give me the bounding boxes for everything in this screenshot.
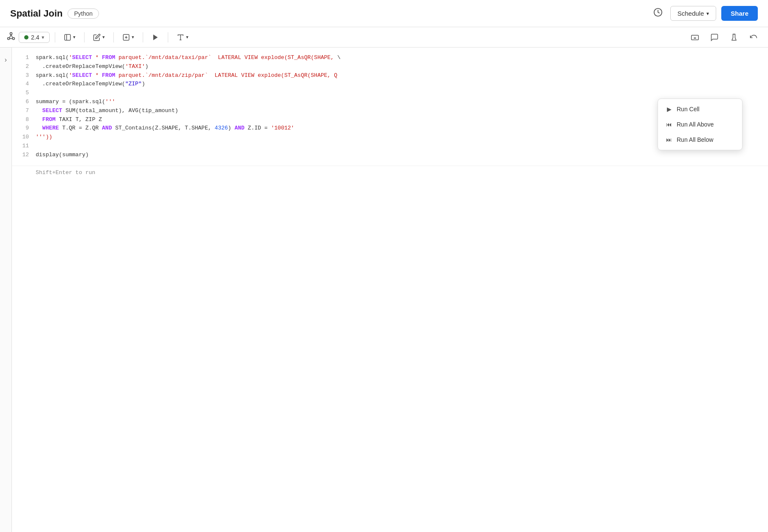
svg-point-2 [8,37,10,39]
header-right: Schedule ▾ Share [651,5,758,22]
run-all-above-menu-item[interactable]: ⏮ Run All Above [658,117,742,132]
cluster-version: 2.4 [31,34,39,41]
svg-point-1 [10,33,12,35]
header-left: Spatial Join Python [10,8,99,19]
toolbar-right [687,31,761,43]
toolbar-separator-3 [113,32,114,42]
svg-point-3 [12,37,14,39]
sidebar-toggle-icon: › [5,56,7,64]
cluster-dropdown-arrow-icon: ▾ [42,34,44,40]
language-badge[interactable]: Python [68,8,99,19]
edit-dropdown-icon: ▾ [102,34,105,40]
header: Spatial Join Python Schedule ▾ Share [0,0,768,27]
notebook-menu-dropdown-icon: ▾ [73,34,76,40]
schedule-button[interactable]: Schedule ▾ [670,6,717,21]
comment-button[interactable] [707,31,722,43]
svg-line-5 [11,35,12,38]
insert-dropdown-icon: ▾ [132,34,134,40]
share-button[interactable]: Share [721,6,758,21]
format-dropdown-icon: ▾ [186,34,189,40]
run-all-below-label: Run All Below [677,136,713,143]
run-all-above-label: Run All Above [677,121,714,128]
toolbar-separator-5 [168,32,168,42]
history-button[interactable] [651,5,665,22]
undo-button[interactable] [746,31,761,43]
keyboard-shortcut-button[interactable] [687,31,703,43]
toolbar-separator-2 [84,32,85,42]
main-container: › 123456789101112 spark.sql('SELECT * FR… [0,48,768,532]
format-button[interactable]: ▾ [173,32,192,43]
insert-button[interactable]: ▾ [119,32,138,43]
run-all-above-icon: ⏮ [666,121,672,128]
svg-marker-12 [153,34,158,40]
toolbar-separator-1 [55,32,55,42]
sidebar-toggle[interactable]: › [0,48,12,532]
line-numbers: 123456789101112 [12,48,32,166]
toolbar: 2.4 ▾ ▾ ▾ ▾ [0,27,768,48]
code-cell[interactable]: 123456789101112 spark.sql('SELECT * FROM… [12,48,768,166]
svg-rect-7 [65,34,71,40]
hint-text: Shift+Enter to run [12,166,768,179]
cluster-status-dot [24,35,28,39]
context-menu: ▶ Run Cell ⏮ Run All Above ⏭ Run All Bel… [658,99,743,150]
run-dropdown-area [148,32,163,43]
schedule-chevron-icon: ▾ [706,11,709,17]
run-button[interactable] [148,32,163,43]
run-cell-label: Run Cell [677,106,700,113]
code-cell-container: 123456789101112 spark.sql('SELECT * FROM… [12,48,768,166]
notebook-menu-button[interactable]: ▾ [60,32,79,43]
edit-button[interactable]: ▾ [90,32,108,43]
run-cell-icon: ▶ [666,106,672,113]
toolbar-separator-4 [143,32,143,42]
schedule-label: Schedule [678,10,704,17]
run-all-below-icon: ⏭ [666,136,672,143]
notebook-title: Spatial Join [10,8,62,19]
cluster-selector[interactable]: 2.4 ▾ [19,32,50,43]
notebook-area: 123456789101112 spark.sql('SELECT * FROM… [12,48,768,532]
cluster-icon [7,32,15,42]
svg-line-4 [10,35,11,38]
experiment-button[interactable] [726,31,742,43]
run-cell-menu-item[interactable]: ▶ Run Cell [658,101,742,117]
run-all-below-menu-item[interactable]: ⏭ Run All Below [658,132,742,147]
